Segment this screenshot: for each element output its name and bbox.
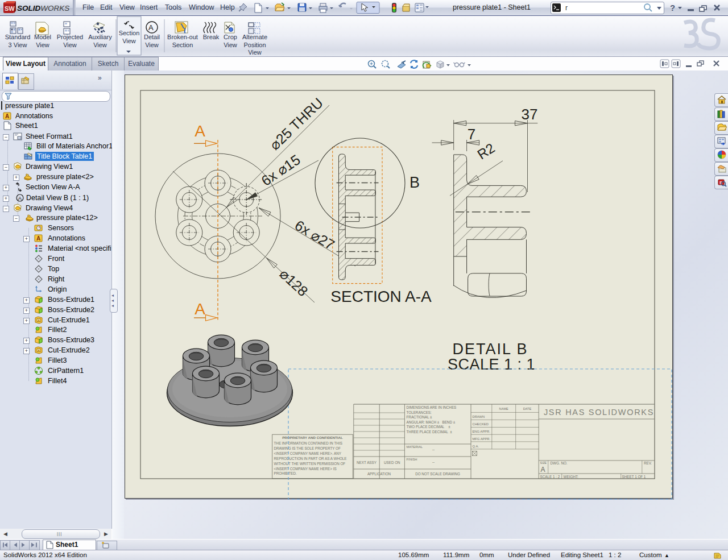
- svg-text:A: A: [36, 235, 40, 242]
- svg-text:SOLIDWORKS: SOLIDWORKS: [17, 4, 69, 13]
- svg-text:A: A: [18, 196, 22, 201]
- svg-text:A: A: [148, 23, 154, 32]
- svg-text:A: A: [5, 113, 9, 119]
- svg-text:SW: SW: [5, 5, 15, 12]
- svg-text:?: ?: [670, 3, 675, 13]
